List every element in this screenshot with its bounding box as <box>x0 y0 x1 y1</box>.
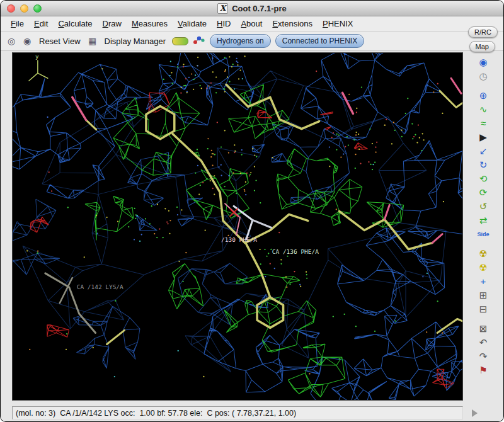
x11-app-icon: X <box>217 3 228 14</box>
place-atom-icon[interactable]: ⊟ <box>475 303 491 316</box>
menu-measures[interactable]: Measures <box>127 18 173 30</box>
minimize-button[interactable] <box>20 4 28 13</box>
edit-chi-angles-icon[interactable]: ⟳ <box>475 186 491 199</box>
capsule-refine-icon[interactable] <box>172 37 188 45</box>
gl-canvas[interactable]: /130 PHE/ACA /136 PHE/ACA /142 LYS/Ay <box>12 52 463 401</box>
menu-phenix[interactable]: PHENIX <box>318 18 358 30</box>
statusbar-text: (mol. no: 3) CA /1/A/142 LYS occ: 1.00 b… <box>16 409 296 418</box>
titlebar[interactable]: X Coot 0.7.1-pre <box>1 1 503 16</box>
view-sphere-icon[interactable]: ◉ <box>475 56 491 69</box>
menu-file[interactable]: File <box>6 18 29 30</box>
rrc-button[interactable]: R/RC <box>468 26 498 38</box>
add-terminal-residue-icon[interactable]: + <box>475 275 491 288</box>
window-frame: X Coot 0.7.1-pre FileEditCalculateDrawMe… <box>1 1 503 421</box>
hydrogens-toggle[interactable]: Hydrogens on <box>210 34 271 48</box>
simple-mutate-icon[interactable]: ☢ <box>475 261 491 274</box>
expander-icon[interactable] <box>472 409 478 417</box>
redo-icon[interactable]: ↷ <box>475 350 491 363</box>
svg-text:y: y <box>35 54 39 60</box>
rotate-translate-icon[interactable]: ↙ <box>475 145 491 157</box>
flip-peptide-icon[interactable]: ⇄ <box>475 214 491 227</box>
rotamers-icon[interactable]: ⟲ <box>475 173 491 185</box>
display-manager-icon[interactable]: ▦ <box>87 36 98 46</box>
delete-item-icon[interactable]: ⊠ <box>475 322 491 335</box>
menu-hid[interactable]: HID <box>212 18 236 30</box>
menu-validate[interactable]: Validate <box>173 18 212 30</box>
side-chain-flip-icon[interactable]: Side <box>475 228 491 241</box>
molecular-scene[interactable]: /130 PHE/ACA /136 PHE/ACA /142 LYS/Ay <box>13 53 462 400</box>
menu-draw[interactable]: Draw <box>98 18 127 30</box>
phenix-connection-toggle[interactable]: Connected to PHENIX <box>275 34 364 48</box>
zoom-button[interactable] <box>33 4 42 13</box>
clock-icon[interactable]: ◷ <box>475 70 491 83</box>
model-refine-toolbar: ◉◷⊕∿≈▶↙↻⟲⟳↺⇄Side☢☢+⊞⊟⊠↶↷⚑ <box>463 51 503 404</box>
auto-fit-rotamer-icon[interactable]: ↻ <box>475 159 491 171</box>
main-toolbar: ◎ ◉ Reset View ▦ Display Manager Hydroge… <box>1 31 503 51</box>
undo-icon[interactable]: ↶ <box>475 336 491 349</box>
traffic-lights <box>7 1 42 16</box>
torsion-general-icon[interactable]: ↺ <box>475 200 491 213</box>
close-button[interactable] <box>7 4 15 13</box>
menu-edit[interactable]: Edit <box>29 18 53 30</box>
window-title: X Coot 0.7.1-pre <box>217 3 287 14</box>
menubar: FileEditCalculateDrawMeasuresValidateHID… <box>1 16 503 31</box>
menu-calculate[interactable]: Calculate <box>53 18 97 30</box>
refine-zone-icon[interactable]: ∿ <box>475 103 491 116</box>
menu-about[interactable]: About <box>236 18 267 30</box>
regularize-zone-icon[interactable]: ≈ <box>475 117 491 130</box>
add-alt-conf-icon[interactable]: ⊞ <box>475 289 491 302</box>
menu-extensions[interactable]: Extensions <box>267 18 318 30</box>
svg-text:CA /136 PHE/A: CA /136 PHE/A <box>272 248 319 255</box>
molecule-icon[interactable] <box>193 34 205 48</box>
status-row: (mol. no: 3) CA /1/A/142 LYS occ: 1.00 b… <box>1 404 503 421</box>
window-title-text: Coot 0.7.1-pre <box>232 4 287 13</box>
mutate-auto-fit-icon[interactable]: ☢ <box>475 248 491 260</box>
view-back-icon[interactable]: ◎ <box>6 36 17 46</box>
coot-window: X Coot 0.7.1-pre FileEditCalculateDrawMe… <box>0 0 504 422</box>
view-recenter-icon[interactable]: ◉ <box>21 36 33 46</box>
content-area: /130 PHE/ACA /136 PHE/ACA /142 LYS/Ay ◉◷… <box>1 51 503 404</box>
svg-text:CA /142 LYS/A: CA /142 LYS/A <box>77 283 123 290</box>
reset-view-button[interactable]: Reset View <box>37 35 83 47</box>
statusbar: (mol. no: 3) CA /1/A/142 LYS occ: 1.00 b… <box>12 406 463 419</box>
translate-zone-icon[interactable]: ⊕ <box>475 89 491 102</box>
run-refmac-icon[interactable]: ⚑ <box>475 364 491 377</box>
rigid-body-fit-icon[interactable]: ▶ <box>475 131 491 144</box>
map-button[interactable]: Map <box>469 41 495 52</box>
display-manager-button[interactable]: Display Manager <box>103 35 168 47</box>
svg-text:/130 PHE/A: /130 PHE/A <box>221 236 257 243</box>
